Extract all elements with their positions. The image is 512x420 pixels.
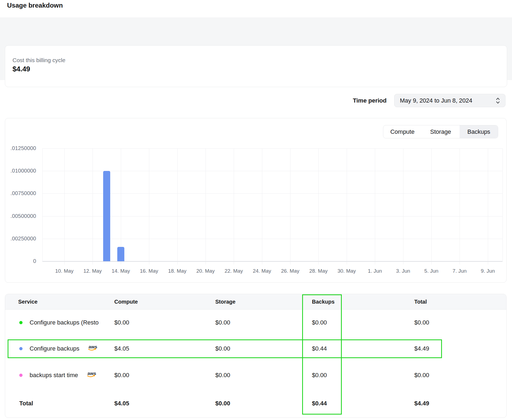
column-header-total: Total xyxy=(414,299,506,305)
column-header-backups: Backups xyxy=(312,299,414,305)
tab-backups[interactable]: Backups xyxy=(460,125,498,138)
grand-total: $4.49 xyxy=(414,400,506,407)
grid-line-x xyxy=(149,148,149,265)
page-title: Usage breakdown xyxy=(7,2,63,9)
grid-line-x xyxy=(262,148,262,265)
y-axis-tick-label: .01250000 xyxy=(5,145,36,151)
table-row: backups start time aws $0.00 $0.00 $0.00… xyxy=(5,362,506,389)
table-header-row: Service Compute Storage Backups Total xyxy=(5,294,506,310)
time-period-row: Time period May 9, 2024 to Jun 8, 2024 xyxy=(0,94,505,107)
grid-line-x xyxy=(375,148,375,265)
cost-card-label: Cost this billing cycle xyxy=(12,56,507,64)
billing-summary-section: Cost this billing cycle $4.49 xyxy=(0,17,512,80)
grid-line-x xyxy=(403,148,403,265)
total-value: $0.00 xyxy=(414,319,506,326)
time-period-value: May 9, 2024 to Jun 8, 2024 xyxy=(400,97,495,104)
table-row: Configure backups (Resto $0.00 $0.00 $0.… xyxy=(5,310,506,336)
grid-line-x xyxy=(347,148,347,265)
backups-value: $0.00 xyxy=(312,319,414,326)
usage-chart-card: .01250000.01000000.00750000.00500000.002… xyxy=(5,118,507,283)
plot-left-edge xyxy=(42,148,43,261)
y-axis-tick-label: .00750000 xyxy=(5,190,36,196)
usage-table-card: Service Compute Storage Backups Total Co… xyxy=(5,294,507,418)
storage-value: $0.00 xyxy=(215,319,312,326)
x-axis-tick-label: 9. Jun xyxy=(470,268,505,274)
grid-line-x xyxy=(177,148,178,265)
time-period-label: Time period xyxy=(353,97,387,104)
svg-text:aws: aws xyxy=(89,344,97,349)
service-name: Configure backups (Resto xyxy=(30,319,99,326)
grid-line-x xyxy=(206,148,206,265)
y-axis-tick-label: 0 xyxy=(5,258,36,264)
compute-value: $0.00 xyxy=(114,319,215,326)
grid-line-x xyxy=(431,148,432,265)
storage-value: $0.00 xyxy=(215,345,312,352)
series-dot-pink xyxy=(19,374,23,377)
grid-line-x xyxy=(290,148,290,265)
grid-line-x xyxy=(488,148,488,265)
backups-total: $0.44 xyxy=(312,400,414,407)
storage-value: $0.00 xyxy=(215,372,312,379)
column-header-storage: Storage xyxy=(215,299,312,305)
aws-logo-icon: aws xyxy=(87,344,97,353)
grid-line-x xyxy=(93,148,93,265)
aws-logo-icon: aws xyxy=(86,371,96,380)
plot-right-edge xyxy=(502,148,503,261)
grid-line-x xyxy=(460,148,460,265)
chart-metric-tabs: Compute Storage Backups xyxy=(383,125,498,138)
tab-compute[interactable]: Compute xyxy=(383,125,422,138)
grid-line-y xyxy=(42,239,502,239)
backups-value: $0.00 xyxy=(312,372,414,379)
bar-chart: .01250000.01000000.00750000.00500000.002… xyxy=(5,118,507,283)
table-row: Configure backups aws $4.05 $0.00 $0.44 … xyxy=(5,336,506,362)
y-axis-tick-label: .00250000 xyxy=(5,236,36,242)
total-value: $0.00 xyxy=(414,372,506,379)
svg-text:aws: aws xyxy=(87,371,96,376)
series-dot-blue xyxy=(19,347,23,350)
cost-card: Cost this billing cycle $4.49 xyxy=(5,45,507,87)
compute-total: $4.05 xyxy=(114,400,215,407)
grid-line-x xyxy=(64,148,65,265)
grid-line-x xyxy=(234,148,234,265)
total-row-label: Total xyxy=(19,400,33,407)
column-header-service: Service xyxy=(13,299,114,305)
cost-card-amount: $4.49 xyxy=(12,64,507,74)
total-value: $4.49 xyxy=(414,345,506,352)
table-total-row: Total $4.05 $0.00 $0.44 $4.49 xyxy=(5,389,506,418)
usage-bar xyxy=(117,247,124,261)
grid-line-y xyxy=(42,171,502,171)
service-name: Configure backups xyxy=(30,345,79,352)
usage-bar xyxy=(103,171,110,261)
backups-value: $0.44 xyxy=(312,345,414,352)
grid-line-y xyxy=(42,148,502,149)
compute-value: $4.05 xyxy=(114,345,215,352)
time-period-select[interactable]: May 9, 2024 to Jun 8, 2024 xyxy=(394,94,505,107)
compute-value: $0.00 xyxy=(114,372,215,379)
grid-line-x xyxy=(318,148,319,265)
column-header-compute: Compute xyxy=(114,299,215,305)
x-axis-line xyxy=(42,261,502,262)
service-name: backups start time xyxy=(30,372,78,379)
storage-total: $0.00 xyxy=(215,400,312,407)
grid-line-y xyxy=(42,193,502,194)
grid-line-y xyxy=(42,216,502,217)
updown-chevron-icon xyxy=(495,97,500,104)
series-dot-green xyxy=(19,321,23,324)
tab-storage[interactable]: Storage xyxy=(422,125,460,138)
y-axis-tick-label: .01000000 xyxy=(5,168,36,174)
y-axis-tick-label: .00500000 xyxy=(5,213,36,219)
